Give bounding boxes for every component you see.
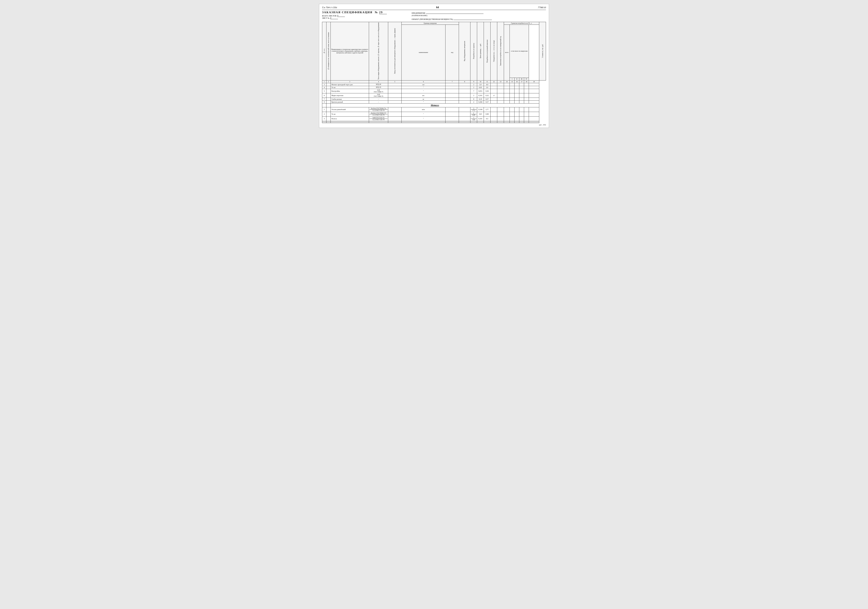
cell-q1 [510, 112, 515, 116]
th-kod: Код оборудования, материалов [459, 22, 470, 81]
cell-ojid [491, 112, 497, 116]
cell-vsego [504, 98, 510, 101]
table-row: 9Крепеж разный–"20,2840,57 [322, 101, 546, 103]
th-ojid: Ожидаемое на — в т.ч. на складе [491, 22, 497, 81]
th-g-group: Г.ринятая потребность на 19__г. [504, 22, 539, 25]
cell-price: 0,109 [477, 107, 484, 112]
cell-zavod [388, 107, 401, 112]
cell-q1 [510, 89, 515, 93]
cell-price: 0,19 [477, 98, 484, 101]
cell-zavod [388, 89, 401, 93]
cell-num [322, 103, 327, 107]
cell-zavod [388, 101, 401, 103]
cell-kod [459, 112, 470, 116]
cell-stoi [529, 122, 539, 123]
table-row: 4То жеКПД 20"20,95I,9 [322, 86, 546, 89]
header-row-1: № п. п. № позиции по тех. нологической с… [322, 22, 546, 25]
table-row: 1Уголок равнобокий56х56х4 ГОСТ8509-72хСт… [322, 107, 546, 112]
cell-type: КПД 20 [369, 86, 388, 89]
cell-zayav [497, 89, 504, 93]
cell-type: 0-40ГОСТ 8968-75 [369, 89, 388, 93]
cell-kod [459, 98, 470, 101]
cell-q3 [519, 83, 524, 86]
cell-num: 4 [322, 86, 327, 89]
cell-q4 [524, 122, 529, 123]
cell-kod [459, 107, 470, 112]
cell-stoi [529, 89, 539, 93]
cell-q2 [515, 107, 519, 112]
cell-q4 [524, 93, 529, 98]
cell-pos [327, 98, 331, 101]
cell-price [477, 122, 484, 123]
cell-unit-code [445, 107, 459, 112]
cell-unit-name: кг [401, 98, 445, 101]
cell-ojid [491, 89, 497, 93]
top-right-code: 7798/10 [538, 6, 546, 9]
cell-pos [327, 83, 331, 86]
cell-type: 0-40ГОСТ 8966-76 [369, 93, 388, 98]
cell-q2 [515, 86, 519, 89]
cell-vsego [504, 112, 510, 116]
table-row [322, 122, 546, 123]
cell-q3 [519, 101, 524, 103]
cell-ojid: сl [491, 93, 497, 98]
th-potreb2: Потребность на пусковой комплекс [484, 22, 491, 81]
sub-lines: ВСЕГО ЛИСТОВ 3 ЛИСТ № 2 [322, 15, 412, 19]
header-section: ЗАКАЗНАЯ СПЕЦИФИКАЦИЯ № 29 ВСЕГО ЛИСТОВ … [322, 11, 546, 21]
cell-pos [327, 116, 331, 121]
cell-type: 20х20х3 ГОСТ8509-72*Ст.3 ГОСТ 535-79 [369, 112, 388, 116]
cell-potreb: 2 [470, 86, 477, 89]
object-label: ОБЪЕКТ (ПРОИЗВОДСТВЕННАЯ МОЩНОСТЬ) [412, 17, 546, 20]
cell-q4 [524, 116, 529, 121]
table-row: 3Полоса8х80 ГОСТ103-76Ст.3 ГОСТ 535-79"I… [322, 116, 546, 121]
cell-potreb2: 0,5 [484, 116, 491, 121]
cell-unit-code [445, 89, 459, 93]
cell-name: То же [331, 112, 369, 116]
cell-price: 0,101 [477, 116, 484, 121]
cell-potreb2: I,9 [484, 86, 491, 89]
cell-potreb2: 0,98 [484, 112, 491, 116]
h-12: 12 [491, 80, 497, 83]
cell-zayav [497, 101, 504, 103]
cell-potreb2: 0,32 [484, 93, 491, 98]
cell-kod [459, 86, 470, 89]
cell-type: – [369, 98, 388, 101]
cell-q1 [510, 98, 515, 101]
h-7: 7 [445, 80, 459, 83]
cell-zavod [388, 116, 401, 121]
h-4: 4 [369, 80, 388, 83]
cell-name: Фитинг проходной через дно [331, 83, 369, 86]
cell-type [369, 122, 388, 123]
cell-unit-code [445, 98, 459, 101]
cell-stoi [529, 116, 539, 121]
cell-pos [327, 101, 331, 103]
cell-q3 [519, 89, 524, 93]
cell-zayav [497, 107, 504, 112]
cell-num: 3 [322, 83, 327, 86]
th-vsego: всего [504, 25, 510, 81]
th-unit-name: наименование [401, 25, 445, 81]
cell-unit-code [445, 93, 459, 98]
cell-zavod [388, 93, 401, 98]
top-left-code: Т.п 704-1-150с [322, 6, 337, 9]
page: Т.п 704-1-150с 64 7798/10 ЗАКАЗНАЯ СПЕЦИ… [319, 4, 549, 128]
cell-pos [327, 89, 331, 93]
cell-q3 [519, 116, 524, 121]
cell-potreb: I5,02 [470, 116, 477, 121]
cell-q2 [515, 101, 519, 103]
cell-potreb [470, 122, 477, 123]
cell-stoi [529, 86, 539, 89]
cell-zavod [388, 122, 401, 123]
cell-potreb: 517,2 [470, 107, 477, 112]
table-row: 3Фитинг проходной через дноКПД 40шт22,04… [322, 83, 546, 86]
cell-potreb: 8 [470, 98, 477, 101]
cell-q2 [515, 112, 519, 116]
cell-name: Скобы разные [331, 98, 369, 101]
th-pos: № позиции по тех. нологической схеме; ме… [327, 22, 331, 81]
h-17: 17 [519, 80, 524, 83]
cell-kod [459, 89, 470, 93]
cell-ojid [491, 86, 497, 89]
cell-q1 [510, 83, 515, 86]
h-10: 10 [477, 80, 484, 83]
cell-stoi [529, 83, 539, 86]
